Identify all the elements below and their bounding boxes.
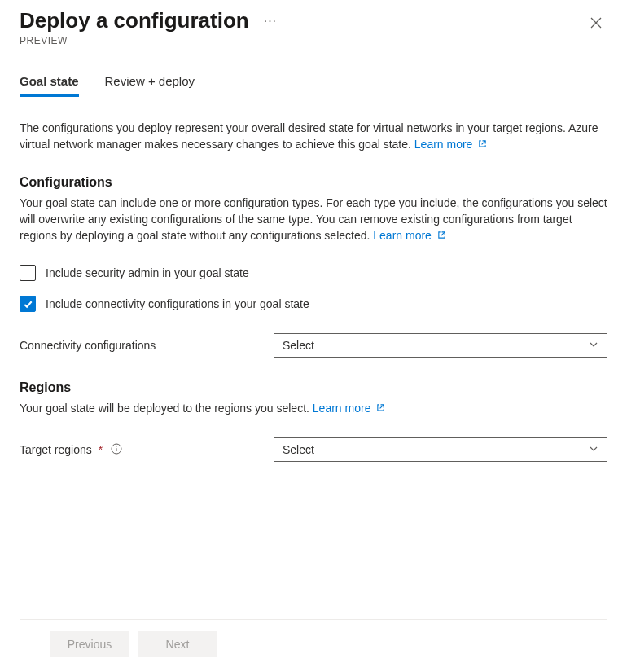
include-security-admin-checkbox[interactable] <box>20 265 36 281</box>
dropdown-value: Select <box>283 339 314 352</box>
connectivity-configurations-field: Connectivity configurations Select <box>20 333 607 358</box>
ellipsis-icon: ··· <box>264 14 277 28</box>
target-regions-label: Target regions <box>20 443 92 456</box>
target-regions-label-col: Target regions * <box>20 443 274 457</box>
configurations-body-text: Your goal state can include one or more … <box>20 196 607 242</box>
svg-line-2 <box>482 141 486 145</box>
previous-button[interactable]: Previous <box>50 631 129 657</box>
dropdown-value: Select <box>283 443 314 456</box>
svg-line-3 <box>441 232 445 236</box>
panel-footer: Previous Next <box>20 619 607 672</box>
preview-badge: PREVIEW <box>20 35 282 46</box>
configurations-description: Your goal state can include one or more … <box>20 195 607 244</box>
include-security-admin-row: Include security admin in your goal stat… <box>20 265 607 281</box>
title-line: Deploy a configuration ··· <box>20 8 282 33</box>
tab-review-deploy[interactable]: Review + deploy <box>105 74 195 96</box>
target-regions-field: Target regions * Select <box>20 437 607 462</box>
include-connectivity-row: Include connectivity configurations in y… <box>20 296 607 312</box>
close-icon <box>590 20 603 32</box>
svg-line-4 <box>380 405 384 409</box>
info-icon <box>111 443 122 457</box>
configurations-learn-more-link[interactable]: Learn more <box>373 229 445 242</box>
chevron-down-icon <box>589 339 598 352</box>
intro-paragraph: The configurations you deploy represent … <box>20 120 607 152</box>
target-regions-info-button[interactable] <box>111 443 122 457</box>
target-regions-dropdown[interactable]: Select <box>274 437 607 462</box>
intro-learn-more-link[interactable]: Learn more <box>414 138 487 151</box>
include-connectivity-checkbox[interactable] <box>20 296 36 312</box>
learn-more-label: Learn more <box>313 402 371 415</box>
external-link-icon <box>437 229 446 242</box>
include-connectivity-label[interactable]: Include connectivity configurations in y… <box>46 297 309 310</box>
title-block: Deploy a configuration ··· PREVIEW <box>20 8 282 46</box>
more-actions-button[interactable]: ··· <box>259 11 282 32</box>
learn-more-label: Learn more <box>373 229 432 242</box>
include-security-admin-label[interactable]: Include security admin in your goal stat… <box>46 266 249 279</box>
tab-goal-state[interactable]: Goal state <box>20 74 79 96</box>
next-button[interactable]: Next <box>138 631 217 657</box>
chevron-down-icon <box>589 443 598 456</box>
configurations-heading: Configurations <box>20 175 607 190</box>
regions-body-text: Your goal state will be deployed to the … <box>20 402 309 415</box>
deploy-configuration-panel: Deploy a configuration ··· PREVIEW Goal … <box>0 0 627 672</box>
connectivity-configurations-dropdown[interactable]: Select <box>274 333 607 358</box>
external-link-icon <box>478 138 487 151</box>
external-link-icon <box>376 402 385 415</box>
regions-heading: Regions <box>20 380 607 395</box>
svg-point-7 <box>116 446 117 446</box>
intro-text: The configurations you deploy represent … <box>20 121 598 151</box>
required-indicator: * <box>99 443 103 456</box>
tab-bar: Goal state Review + deploy <box>20 74 607 97</box>
page-title: Deploy a configuration <box>20 8 249 33</box>
regions-learn-more-link[interactable]: Learn more <box>313 402 385 415</box>
close-button[interactable] <box>585 11 607 37</box>
connectivity-configurations-label: Connectivity configurations <box>20 339 274 352</box>
panel-header: Deploy a configuration ··· PREVIEW <box>20 8 607 46</box>
panel-body: The configurations you deploy represent … <box>20 120 607 619</box>
learn-more-label: Learn more <box>414 138 473 151</box>
regions-description: Your goal state will be deployed to the … <box>20 400 607 416</box>
